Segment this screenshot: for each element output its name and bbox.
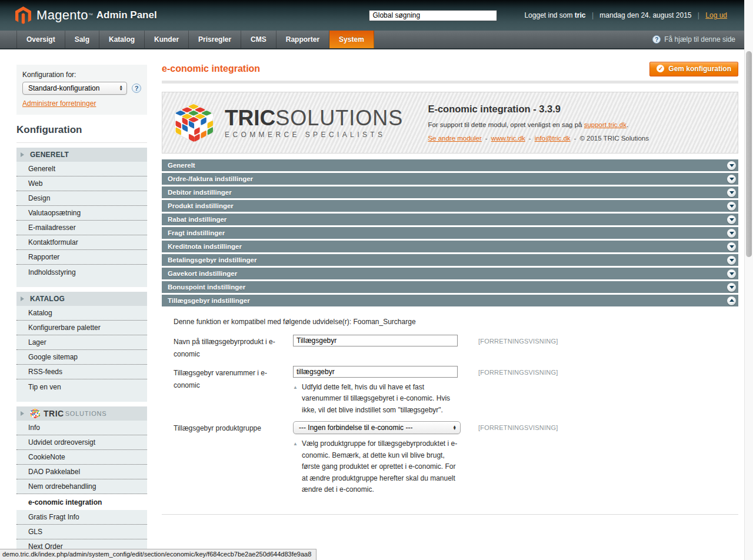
accordion-header-gavekort-indstillinger[interactable]: Gavekort indstillinger (162, 268, 738, 279)
chevron-down-icon (729, 164, 734, 167)
sidebar-item-e-conomic-integration[interactable]: e-conomic integration (16, 494, 147, 510)
expand-icon[interactable] (727, 283, 736, 292)
sidebar-item-nem-ordrebehandling[interactable]: Nem ordrebehandling (16, 479, 147, 494)
sidebar-item-valutaopsætning[interactable]: Valutaopsætning (16, 206, 147, 221)
accordion-header-generelt[interactable]: Generelt (162, 159, 738, 171)
sidebar-item-indholdsstyring[interactable]: Indholdsstyring (16, 265, 147, 279)
accordion-header-fragt-indstillinger[interactable]: Fragt indstillinger (162, 227, 738, 239)
banner-link-info-tric-dk[interactable]: info@tric.dk (535, 135, 571, 142)
accordion-header-produkt-indstillinger[interactable]: Produkt indstillinger (162, 200, 738, 212)
sidebar-item-rapporter[interactable]: Rapporter (16, 250, 147, 265)
nav-tab-cms[interactable]: CMS (241, 31, 276, 48)
sidebar-items-group: InfoUdvidet ordreoversigtCookieNoteDAO P… (16, 421, 147, 560)
field-input-navn-på-tillægsgebyrprodukt-i-e-conomic[interactable] (293, 335, 458, 346)
sidebar-item-rss-feeds[interactable]: RSS-feeds (16, 365, 147, 379)
accordion-label: Tillægsgebyr indstillinger (168, 297, 250, 304)
page-help-link[interactable]: ? Få hjælp til denne side (652, 31, 735, 48)
header-right: Logget ind som tric | mandag den 24. aug… (369, 10, 727, 21)
expand-icon[interactable] (727, 229, 736, 238)
sidebar-item-web[interactable]: Web (16, 176, 147, 191)
logout-link[interactable]: Log ud (705, 11, 727, 19)
scope-help-icon[interactable]: ? (132, 84, 141, 93)
accordion-header-tillægsgebyr-indstillinger[interactable]: Tillægsgebyr indstillinger (162, 295, 738, 306)
expand-icon[interactable] (727, 215, 736, 224)
sidebar-item-lager[interactable]: Lager (16, 335, 147, 350)
link-separator: - (574, 135, 577, 142)
nav-tab-prisregler[interactable]: Prisregler (189, 31, 241, 48)
chevron-down-icon (729, 272, 734, 275)
accordion-label: Gavekort indstillinger (168, 270, 237, 277)
nav-tab-salg[interactable]: Salg (65, 31, 99, 48)
collapse-icon[interactable] (727, 296, 736, 305)
expand-icon[interactable] (727, 175, 736, 184)
note-marker-icon: ▲ (293, 441, 298, 448)
expand-icon[interactable] (727, 269, 736, 278)
accordion-label: Fragt indstillinger (168, 229, 225, 236)
field-note: ▲Udfyld dette felt, hvis du vil have et … (293, 382, 461, 416)
page-scrollbar[interactable] (744, 0, 753, 560)
nav-tab-kunder[interactable]: Kunder (145, 31, 189, 48)
sidebar-item-katalog[interactable]: Katalog (16, 306, 147, 321)
note-marker-icon: ▲ (293, 384, 298, 392)
sidebar-section-katalog[interactable]: KATALOG (16, 292, 147, 306)
scope-select[interactable]: Standard-konfiguration ▲▼ (22, 82, 127, 95)
manage-stores-link[interactable]: Administrer forretninger (22, 99, 96, 108)
sidebar-item-design[interactable]: Design (16, 191, 147, 206)
chevron-down-icon (729, 191, 734, 194)
accordion-body-tillægsgebyr-indstillinger: Denne funktion er kompatibel med følgend… (162, 308, 738, 515)
sidebar-item-tip-en-ven[interactable]: Tip en ven (16, 379, 147, 394)
scrollbar-thumb[interactable] (746, 51, 752, 257)
form-row-tillægsgebyr-varenummer-i-e-conomic: Tillægsgebyr varenummer i e-conomic▲Udfy… (174, 366, 727, 416)
nav-tab-system[interactable]: System (329, 31, 374, 48)
chevron-down-icon (729, 218, 734, 221)
sidebar-section-generelt[interactable]: GENERELT (16, 148, 147, 162)
expand-icon[interactable] (727, 202, 736, 211)
tric-logo-primary: TRIC (225, 107, 275, 129)
nav-tab-oversigt[interactable]: Oversigt (16, 31, 65, 48)
sidebar-item-konfigurerbare-paletter[interactable]: Konfigurerbare paletter (16, 321, 147, 335)
accordion-header-bonuspoint-indstillinger[interactable]: Bonuspoint indstillinger (162, 281, 738, 293)
banner-link-se-andre-moduler[interactable]: Se andre moduler (428, 135, 481, 142)
sidebar-item-gratis-fragt-info[interactable]: Gratis Fragt Info (16, 510, 147, 525)
tric-logo-secondary: SOLUTIONS (275, 108, 403, 129)
expand-icon[interactable] (727, 242, 736, 251)
sidebar-item-google-sitemap[interactable]: Google sitemap (16, 350, 147, 365)
banner-info: E-conomic integration - 3.3.9 For suppor… (428, 104, 649, 142)
sidebar-item-e-mailadresser[interactable]: E-mailadresser (16, 221, 147, 235)
separator: | (698, 11, 699, 19)
sidebar-item-info[interactable]: Info (16, 421, 147, 435)
sidebar-item-generelt[interactable]: Generelt (16, 162, 147, 176)
accordion-header-ordre-faktura-indstillinger[interactable]: Ordre-/faktura indstillinger (162, 173, 738, 185)
expand-icon[interactable] (727, 256, 736, 265)
brand-trademark: ™ (88, 8, 93, 23)
chevron-down-icon (729, 232, 734, 235)
expand-icon[interactable] (727, 161, 736, 170)
support-link[interactable]: support.tric.dk (584, 121, 627, 128)
field-input-tillægsgebyr-varenummer-i-e-conomic[interactable] (293, 366, 458, 378)
field-select-tillægsgebyr-produktgruppe[interactable]: --- Ingen forbindelse til e-conomic ---▲… (293, 421, 461, 434)
sidebar-item-gls[interactable]: GLS (16, 525, 147, 539)
main-nav: OversigtSalgKatalogKunderPrisreglerCMSRa… (0, 31, 753, 49)
nav-tab-rapporter[interactable]: Rapporter (276, 31, 329, 48)
separator: | (592, 11, 594, 19)
field-label: Navn på tillægsgebyrprodukt i e-conomic (174, 335, 293, 361)
select-stepper-icon: ▲▼ (453, 425, 457, 431)
accordion-header-betalingsgebyr-indstillinger[interactable]: Betalingsgebyr indstillinger (162, 254, 738, 266)
sidebar-item-kontaktformular[interactable]: Kontaktformular (16, 235, 147, 250)
section-label: KATALOG (30, 295, 65, 303)
chevron-down-icon (729, 286, 734, 289)
accordion-header-kreditnota-indstillinger[interactable]: Kreditnota indstillinger (162, 241, 738, 252)
nav-tab-katalog[interactable]: Katalog (99, 31, 145, 48)
config-sidebar: Konfiguration for: Standard-konfiguratio… (16, 65, 147, 560)
save-config-button[interactable]: ✓ Gem konfiguration (649, 62, 738, 76)
sidebar-item-udvidet-ordreoversigt[interactable]: Udvidet ordreoversigt (16, 435, 147, 450)
expand-icon[interactable] (727, 188, 736, 197)
sidebar-item-cookienote[interactable]: CookieNote (16, 450, 147, 465)
global-search-input[interactable] (369, 10, 497, 21)
sidebar-section-tric-solutions[interactable]: TRICSOLUTIONS (16, 406, 147, 421)
sidebar-item-dao-pakkelabel[interactable]: DAO Pakkelabel (16, 465, 147, 479)
accordion-header-debitor-indstillinger[interactable]: Debitor indstillinger (162, 186, 738, 198)
sidebar-title: Konfiguration (16, 121, 147, 143)
banner-link-www-tric-dk[interactable]: www.tric.dk (491, 135, 525, 142)
accordion-header-rabat-indstillinger[interactable]: Rabat indstillinger (162, 214, 738, 225)
